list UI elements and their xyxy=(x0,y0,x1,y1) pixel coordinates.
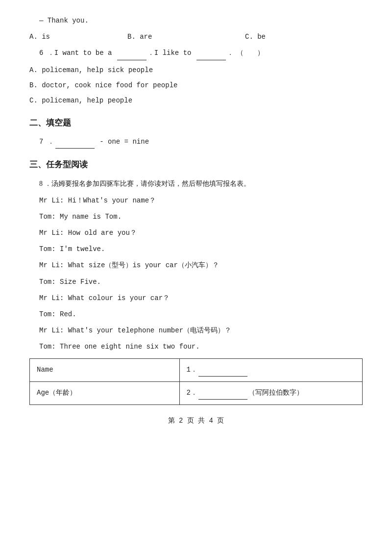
page: — Thank you. A. is B. are C. be 6 ．I wan… xyxy=(0,0,392,555)
dialog-line-8: Tom: Red. xyxy=(29,308,363,321)
content: — Thank you. A. is B. are C. be 6 ．I wan… xyxy=(29,15,363,427)
q6-blank1 xyxy=(117,47,147,60)
age-blank xyxy=(198,387,247,400)
option-c: C. be xyxy=(245,31,363,43)
q8-intro: 8 ．汤姆要报名参加四驱车比赛，请你读对话，然后帮他填写报名表。 xyxy=(29,177,363,190)
q6-choice-a: A. policeman, help sick people xyxy=(29,64,363,76)
question-6: 6 ．I want to be a ．I like to ．（ ） xyxy=(29,47,363,60)
question-7: 7 ． - one = nine xyxy=(29,136,363,149)
q7-blank xyxy=(55,136,95,149)
dialog-line-3: Mr Li: How old are you？ xyxy=(29,227,363,239)
q6-choice-c: C. policeman, help people xyxy=(29,95,363,107)
dialog-line-4: Tom: I'm twelve. xyxy=(29,243,363,255)
table-row-age: Age（年龄） 2． （写阿拉伯数字） xyxy=(30,381,363,404)
dialog-line-2: Tom: My name is Tom. xyxy=(29,211,363,223)
dialog-line-6: Tom: Size Five. xyxy=(29,276,363,288)
name-blank xyxy=(198,364,247,377)
table-row-name: Name 1． xyxy=(30,358,363,381)
dialog-line-7: Mr Li: What colour is your car？ xyxy=(29,292,363,304)
table-value-name-text: 1． xyxy=(187,366,248,374)
abc-options-row: A. is B. are C. be xyxy=(29,31,363,43)
dialog-line-1: Mr Li: Hi！What's your name？ xyxy=(29,195,363,207)
page-footer: 第 2 页 共 4 页 xyxy=(29,415,363,427)
table-value-age: 2． （写阿拉伯数字） xyxy=(179,381,362,404)
dialog-line-5: Mr Li: What size（型号）is your car（小汽车）？ xyxy=(29,259,363,272)
option-a: A. is xyxy=(29,31,127,43)
section3-title: 三、任务型阅读 xyxy=(29,157,363,173)
q6-choice-b: B. doctor, cook nice food for people xyxy=(29,79,363,92)
dialog-line-10: Tom: Three one eight nine six two four. xyxy=(29,341,363,353)
table-value-age-text: 2． （写阿拉伯数字） xyxy=(187,389,303,397)
registration-table: Name 1． Age（年龄） 2． （写阿拉伯数字） xyxy=(29,358,363,405)
q6-paren: （ ） xyxy=(237,49,264,57)
option-b: B. are xyxy=(127,31,245,43)
q6-blank2 xyxy=(196,47,226,60)
q6-text: 6 ．I want to be a ．I like to ．（ ） xyxy=(39,49,264,57)
table-label-age: Age（年龄） xyxy=(30,381,180,404)
table-value-name: 1． xyxy=(179,358,362,381)
section2-title: 二、填空题 xyxy=(29,116,363,131)
table-label-name: Name xyxy=(30,358,180,381)
dialog-line-9: Mr Li: What's your telephone number（电话号码… xyxy=(29,325,363,337)
thank-you-line: — Thank you. xyxy=(29,15,363,27)
q7-text: 7 ． - one = nine xyxy=(39,138,149,146)
